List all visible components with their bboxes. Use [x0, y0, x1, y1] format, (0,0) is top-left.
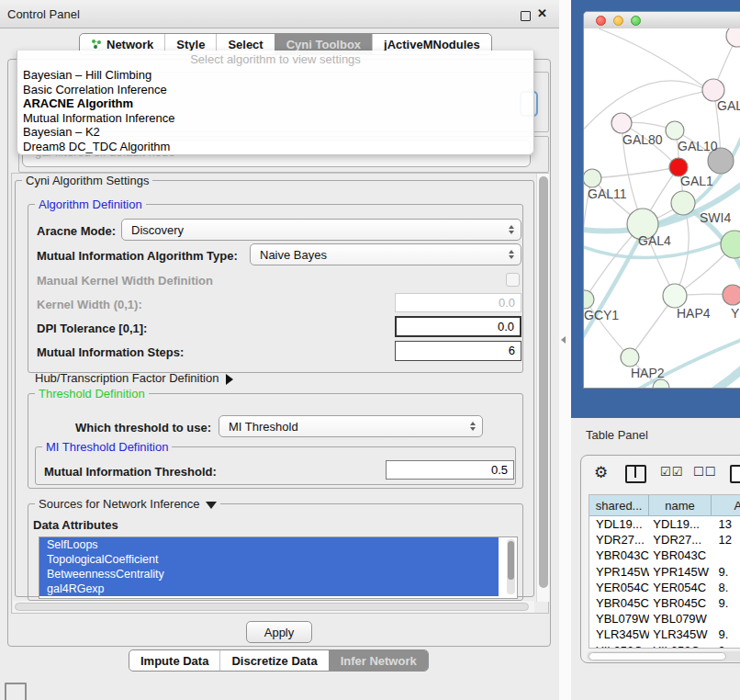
network-node[interactable]	[726, 28, 740, 47]
table-row[interactable]: YBR043CYBR043C	[589, 548, 740, 563]
attributes-scrollbar[interactable]	[507, 539, 515, 594]
combo-spinner-icon	[509, 225, 514, 234]
tab-impute-data[interactable]: Impute Data	[129, 650, 219, 671]
network-node[interactable]	[621, 348, 639, 367]
panel-title: Control Panel	[7, 7, 80, 21]
kernel-width-field[interactable]: 0.0	[395, 293, 521, 312]
mi-steps-field[interactable]: 6	[395, 341, 521, 361]
table-row[interactable]: YBL079WYBL079W	[589, 611, 740, 627]
node-label: Y	[731, 306, 740, 321]
settings-hscrollbar[interactable]	[13, 601, 534, 613]
network-node[interactable]	[671, 191, 695, 215]
divider-grip-icon[interactable]	[561, 336, 566, 344]
gear-icon[interactable]: ⚙	[594, 465, 608, 481]
mi-threshold-field[interactable]: 0.5	[386, 460, 514, 480]
columns-icon[interactable]	[625, 465, 646, 483]
table-row[interactable]: YER054CYER054C8.	[589, 580, 740, 595]
tab-infer-network[interactable]: Infer Network	[329, 650, 428, 671]
network-node[interactable]	[611, 113, 632, 133]
table-cell: YBR045C	[649, 596, 711, 610]
data-attribute-item[interactable]: TopologicalCoefficient	[39, 552, 499, 567]
network-node[interactable]	[584, 169, 601, 187]
which-threshold-combo[interactable]: MI Threshold	[219, 415, 483, 437]
data-attribute-item[interactable]: BetweennessCentrality	[39, 567, 499, 581]
combo-spinner-icon	[470, 422, 476, 431]
table-column-header[interactable]: shared...	[589, 495, 649, 515]
bottom-tabs: Impute DataDiscretize DataInfer Network	[129, 649, 429, 672]
sources-legend[interactable]: Sources for Network Inference	[35, 497, 220, 511]
table-cell: YBR043C	[589, 548, 649, 562]
select-all-columns-icon[interactable]: ☑☑	[660, 465, 683, 479]
minimize-window-icon[interactable]	[613, 16, 623, 26]
mi-type-combo[interactable]: Naive Bayes	[250, 243, 521, 265]
export-table-icon[interactable]	[730, 465, 740, 483]
node-label: GCY1	[584, 308, 619, 322]
table-row[interactable]: YLR345WYLR345W9.	[589, 627, 740, 642]
table-hscroll-thumb[interactable]	[589, 652, 726, 660]
algorithm-option[interactable]: ARACNE Algorithm	[17, 96, 533, 111]
hub-definition-expander[interactable]: Hub/Transcription Factor Definition	[35, 371, 233, 385]
algorithm-option[interactable]: Mutual Information Inference	[17, 111, 533, 126]
settings-hscroll-thumb[interactable]	[15, 603, 529, 611]
panel-divider[interactable]	[559, 0, 571, 700]
table-row[interactable]: YDR27...YDR27...12	[589, 532, 740, 548]
minimized-panel-icon[interactable]	[5, 683, 27, 700]
data-attributes-label: Data Attributes	[33, 518, 118, 532]
table-row[interactable]: YPR145WYPR145W9.	[589, 564, 740, 580]
deselect-all-columns-icon[interactable]: ☐☐	[693, 465, 716, 479]
aracne-mode-combo[interactable]: Discovery	[121, 219, 521, 241]
table-cell: YDL19...	[589, 517, 649, 531]
node-label: GAL11	[588, 186, 627, 201]
tab-discretize-data[interactable]: Discretize Data	[219, 650, 328, 671]
network-node[interactable]	[584, 290, 594, 309]
table-column-header[interactable]: name	[649, 495, 711, 515]
table-cell: 9.	[712, 565, 740, 579]
float-panel-icon[interactable]	[521, 11, 531, 21]
algorithm-option[interactable]: Bayesian – K2	[17, 125, 533, 140]
aracne-mode-label: Aracne Mode:	[37, 224, 116, 238]
network-node[interactable]	[721, 231, 740, 258]
node-label: GAL4	[638, 233, 671, 248]
node-label: GAL	[717, 98, 740, 113]
network-window-titlebar[interactable]	[584, 12, 740, 29]
tab-label: jActiveMNodules	[384, 38, 480, 51]
algorithm-dropdown-list: Select algorithm to view settings Bayesi…	[17, 51, 534, 155]
data-attribute-item[interactable]: SelfLoops	[39, 537, 499, 552]
table-panel-title: Table Panel	[586, 428, 648, 442]
table-row[interactable]: YIL052CYIL052C9.	[589, 643, 740, 649]
algorithm-option[interactable]: Basic Correlation Inference	[17, 83, 533, 97]
table-row[interactable]: YBR045CYBR045C9.	[589, 595, 740, 611]
settings-vscroll-thumb[interactable]	[539, 176, 548, 588]
apply-button[interactable]: Apply	[246, 621, 312, 643]
data-attribute-item[interactable]: gal4RGexp	[39, 581, 499, 596]
table-cell: YLR345W	[589, 627, 649, 641]
close-panel-icon[interactable]: ✕	[537, 6, 547, 20]
dpi-tolerance-field[interactable]: 0.0	[395, 316, 521, 337]
network-view-frame: GALGAL80GAL10GAL1GAL11SWI4GAL4HAP4YGCY1H…	[571, 0, 740, 418]
table-cell: 9.	[712, 644, 740, 649]
which-threshold-value: MI Threshold	[229, 420, 298, 434]
network-tab-icon	[91, 39, 102, 50]
table-column-header[interactable]: A	[712, 495, 740, 515]
network-node[interactable]	[666, 121, 684, 140]
close-window-icon[interactable]	[596, 16, 606, 26]
network-node[interactable]	[723, 285, 740, 305]
network-canvas[interactable]: GALGAL80GAL10GAL1GAL11SWI4GAL4HAP4YGCY1H…	[584, 28, 740, 389]
table-row[interactable]: YDL19...YDL19...13	[589, 516, 740, 532]
zoom-window-icon[interactable]	[631, 16, 641, 26]
expander-right-icon	[226, 374, 233, 385]
manual-kernel-checkbox[interactable]	[506, 273, 520, 287]
mi-type-value: Naive Bayes	[260, 248, 327, 262]
settings-vscrollbar[interactable]	[536, 174, 549, 602]
table-cell: YBR045C	[589, 596, 649, 610]
table-hscrollbar[interactable]	[587, 651, 740, 661]
table-cell: 9.	[712, 627, 740, 641]
algorithm-option[interactable]: Bayesian – Hill Climbing	[17, 68, 533, 83]
table-cell: 9.	[712, 596, 740, 610]
dpi-tolerance-label: DPI Tolerance [0,1]:	[37, 322, 147, 335]
algorithm-option[interactable]: Dream8 DC_TDC Algorithm	[17, 140, 533, 154]
network-node[interactable]	[663, 284, 687, 308]
mi-threshold-label: Mutual Information Threshold:	[44, 465, 217, 479]
control-panel: Control Panel ✕ NetworkStyleSelectCyni T…	[0, 0, 560, 700]
table-header-row: shared...nameA	[589, 495, 740, 516]
